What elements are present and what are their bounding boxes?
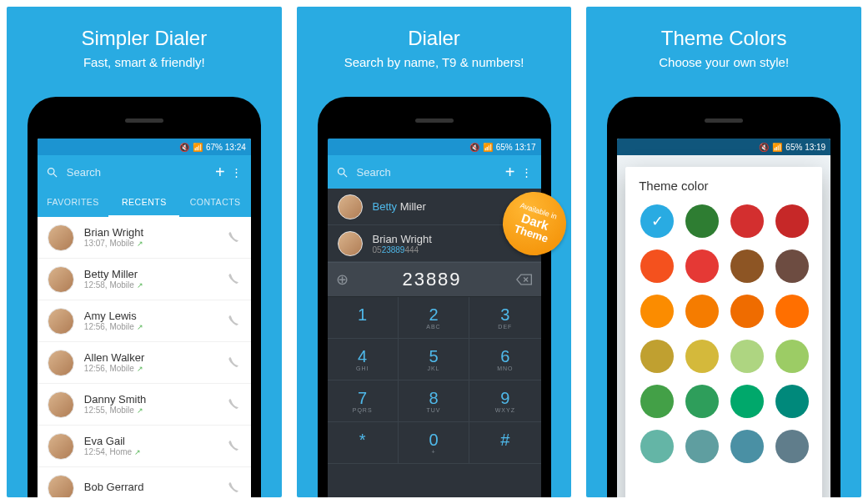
color-swatch[interactable]: [775, 430, 809, 463]
avatar: [48, 266, 74, 293]
add-contact-icon[interactable]: ⊕: [336, 270, 349, 289]
contact-name: Eva Gail: [84, 436, 228, 448]
contact-row[interactable]: Bob Gerrard: [38, 467, 251, 497]
tab-contacts[interactable]: CONTACTS: [179, 189, 250, 217]
phone-frame: 🔇 📶 65% 13:17 Search + ⋮ Betty Miller: [318, 97, 551, 497]
color-swatch[interactable]: [685, 340, 719, 373]
app-screen-recents: 🔇 📶 67% 13:24 Search + ⋮ FAVORITES RECEN…: [38, 139, 251, 497]
color-swatch[interactable]: [640, 340, 674, 373]
svg-line-12: [344, 174, 347, 177]
tab-favorites[interactable]: FAVORITES: [38, 189, 108, 217]
key-1[interactable]: 1: [328, 297, 399, 339]
color-swatch[interactable]: [775, 249, 809, 283]
phone-icon[interactable]: [228, 273, 241, 286]
battery-text: 65% 13:17: [496, 143, 536, 152]
color-swatch[interactable]: [685, 430, 719, 463]
color-swatch[interactable]: [640, 295, 674, 328]
promo-panel-recents: Simpler Dialer Fast, smart & friendly! 🔇…: [7, 7, 282, 497]
svg-line-1: [53, 174, 57, 177]
contact-meta: 13:07, Mobile ↗: [84, 239, 228, 248]
color-swatch[interactable]: [640, 204, 674, 238]
panel-subtitle: Choose your own style!: [586, 55, 861, 69]
phone-icon[interactable]: [228, 315, 241, 328]
color-swatch[interactable]: [685, 385, 719, 418]
contact-row[interactable]: Eva Gail12:54, Home ↗: [38, 426, 251, 467]
avatar: [48, 224, 74, 251]
outgoing-call-icon: ↗: [137, 323, 143, 331]
overflow-menu-icon[interactable]: ⋮: [521, 166, 533, 179]
promo-panel-theme: Theme Colors Choose your own style! 🔇 📶 …: [586, 7, 861, 497]
color-swatch[interactable]: [685, 295, 719, 328]
contact-row[interactable]: Amy Lewis12:56, Mobile ↗: [38, 300, 251, 342]
tab-bar: FAVORITES RECENTS CONTACTS: [38, 189, 251, 217]
app-screen-dialer: 🔇 📶 65% 13:17 Search + ⋮ Betty Miller: [328, 139, 541, 497]
color-swatch[interactable]: [775, 295, 809, 328]
search-icon[interactable]: [46, 166, 58, 179]
contact-meta: 12:55, Mobile ↗: [84, 406, 228, 415]
phone-icon[interactable]: [228, 356, 241, 370]
outgoing-call-icon: ↗: [137, 406, 143, 415]
color-swatch[interactable]: [685, 204, 719, 238]
app-bar: Search + ⋮: [328, 155, 541, 189]
contact-row[interactable]: Brian Wright13:07, Mobile ↗: [38, 217, 251, 259]
search-input[interactable]: Search: [357, 166, 499, 179]
color-swatch[interactable]: [730, 249, 764, 283]
phone-icon[interactable]: [228, 231, 241, 244]
contact-meta: 12:54, Home ↗: [84, 447, 228, 456]
search-icon[interactable]: [336, 166, 349, 179]
color-swatch-grid: [625, 199, 822, 497]
phone-icon[interactable]: [228, 398, 241, 411]
contact-name: Brian Wright: [84, 227, 228, 239]
panel-subtitle: Fast, smart & friendly!: [7, 55, 282, 69]
contact-name: Allen Walker: [84, 352, 228, 365]
key-7[interactable]: 7PQRS: [328, 381, 399, 422]
outgoing-call-icon: ↗: [137, 365, 143, 373]
phone-icon[interactable]: [228, 440, 241, 453]
battery-text: 65% 13:19: [785, 143, 825, 152]
key-6[interactable]: 6MNO: [469, 339, 540, 381]
add-button[interactable]: +: [209, 163, 231, 182]
status-bar: 🔇 📶 65% 13:17: [328, 139, 541, 155]
color-swatch[interactable]: [730, 204, 764, 238]
contact-row[interactable]: Allen Walker12:56, Mobile ↗: [38, 342, 251, 384]
color-swatch[interactable]: [640, 430, 674, 463]
color-swatch[interactable]: [685, 249, 719, 283]
panel-subtitle: Search by name, T9 & numbers!: [297, 55, 572, 69]
add-button[interactable]: +: [499, 163, 521, 182]
contact-name: Danny Smith: [84, 394, 228, 406]
contact-row[interactable]: Betty Miller12:58, Mobile ↗: [38, 259, 251, 300]
color-swatch[interactable]: [730, 295, 764, 328]
color-swatch[interactable]: [775, 385, 809, 418]
overflow-menu-icon[interactable]: ⋮: [231, 166, 243, 179]
typed-number: 23889: [349, 269, 516, 290]
status-bar: 🔇 📶 67% 13:24: [38, 139, 251, 155]
tab-recents[interactable]: RECENTS: [108, 189, 179, 217]
color-swatch[interactable]: [640, 249, 674, 283]
panel-title: Theme Colors: [586, 27, 861, 50]
search-input[interactable]: Search: [67, 166, 209, 179]
key-4[interactable]: 4GHI: [328, 339, 399, 381]
key-3[interactable]: 3DEF: [469, 297, 540, 339]
phone-icon[interactable]: [228, 481, 241, 495]
key-#[interactable]: #: [469, 422, 540, 464]
avatar: [48, 391, 74, 418]
contact-row[interactable]: Danny Smith12:55, Mobile ↗: [38, 384, 251, 426]
color-swatch[interactable]: [775, 204, 809, 238]
contact-name: Amy Lewis: [84, 310, 228, 323]
key-*[interactable]: *: [328, 422, 399, 464]
color-swatch[interactable]: [730, 385, 764, 418]
backspace-icon[interactable]: [516, 274, 533, 285]
avatar: [48, 350, 74, 376]
panel-title: Dialer: [297, 27, 572, 50]
key-8[interactable]: 8TUV: [399, 381, 469, 422]
key-0[interactable]: 0+: [399, 422, 469, 464]
color-swatch[interactable]: [775, 340, 809, 373]
color-swatch[interactable]: [730, 340, 764, 373]
key-9[interactable]: 9WXYZ: [469, 381, 540, 422]
color-swatch[interactable]: [730, 430, 764, 463]
key-2[interactable]: 2ABC: [399, 297, 469, 339]
theme-dialog: Theme color CANCEL ACCEPT: [625, 167, 822, 497]
key-5[interactable]: 5JKL: [399, 339, 469, 381]
color-swatch[interactable]: [640, 385, 674, 418]
outgoing-call-icon: ↗: [137, 281, 143, 290]
